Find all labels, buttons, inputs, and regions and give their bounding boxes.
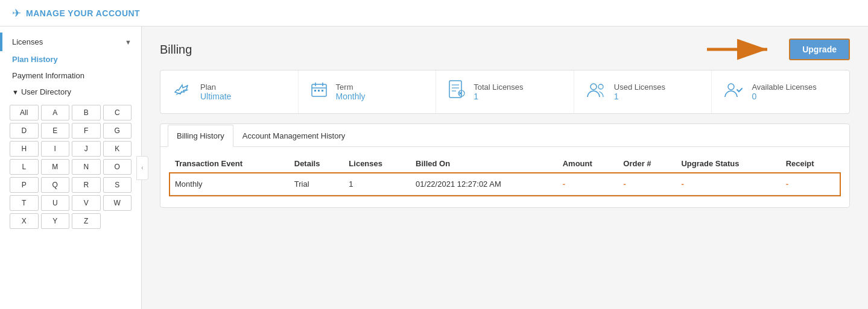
stat-label-used-licenses: Used Licenses	[614, 83, 665, 92]
tabs-container: Billing HistoryAccount Management Histor…	[160, 123, 850, 208]
tab-billing-history[interactable]: Billing History	[168, 125, 233, 147]
alpha-grid: AllABCDEFGHIJKLMNOPQRSTUVWXYZ	[0, 100, 141, 234]
stat-content-total-licenses: Total Licenses 1	[474, 83, 523, 101]
alpha-btn-s[interactable]: S	[103, 177, 132, 193]
sidebar: Licenses ▼ Plan History Payment Informat…	[0, 27, 142, 309]
dash-value: -	[563, 179, 565, 189]
alpha-btn-o[interactable]: O	[103, 159, 132, 175]
table-row: MonthlyTrial101/22/2021 12:27:02 AM----	[170, 173, 840, 195]
stat-value-plan: Ultimate	[200, 92, 231, 101]
svg-rect-6	[314, 90, 316, 92]
sidebar-item-plan-history[interactable]: Plan History	[0, 51, 141, 67]
dash-value: -	[623, 179, 626, 189]
cell-upgrade_status-0: -	[676, 173, 781, 195]
alpha-btn-h[interactable]: H	[10, 141, 39, 157]
arrow-indicator	[707, 39, 779, 60]
stat-label-term: Term	[336, 83, 366, 92]
sidebar-collapse-button[interactable]: ‹	[136, 156, 148, 180]
stat-content-plan: Plan Ultimate	[200, 83, 231, 101]
sidebar-item-payment-info[interactable]: Payment Information	[0, 67, 141, 84]
app-icon: ✈	[12, 7, 21, 20]
stat-content-available-licenses: Available Licenses 0	[752, 83, 816, 101]
svg-rect-9	[449, 81, 461, 98]
upgrade-button[interactable]: Upgrade	[789, 39, 850, 60]
alpha-btn-e[interactable]: E	[41, 123, 70, 139]
alpha-btn-i[interactable]: I	[41, 141, 70, 157]
plane-icon	[173, 80, 192, 104]
cell-amount-0: -	[558, 173, 619, 195]
col-header-details: Details	[290, 154, 344, 173]
svg-rect-8	[322, 90, 323, 92]
stat-value-available-licenses: 0	[752, 92, 816, 101]
sidebar-user-directory[interactable]: ▼ User Directory	[0, 84, 141, 100]
alpha-btn-y[interactable]: Y	[41, 213, 70, 229]
stat-label-plan: Plan	[200, 83, 231, 92]
alpha-btn-d[interactable]: D	[10, 123, 39, 139]
alpha-btn-k[interactable]: K	[103, 141, 132, 157]
alpha-btn-v[interactable]: V	[72, 195, 101, 211]
alpha-btn-q[interactable]: Q	[41, 177, 70, 193]
alpha-btn-n[interactable]: N	[72, 159, 101, 175]
dash-value: -	[681, 179, 683, 189]
cell-transaction_event-0: Monthly	[170, 173, 290, 195]
col-header-order_num: Order #	[618, 154, 676, 173]
tab-account-management-history[interactable]: Account Management History	[233, 125, 355, 147]
alpha-btn-p[interactable]: P	[10, 177, 39, 193]
billing-table-wrap: Transaction EventDetailsLicensesBilled O…	[160, 147, 849, 195]
stat-label-total-licenses: Total Licenses	[474, 83, 523, 92]
alpha-btn-r[interactable]: R	[72, 177, 101, 193]
page-title: Billing	[160, 43, 192, 57]
billing-table: Transaction EventDetailsLicensesBilled O…	[170, 154, 840, 195]
chevron-down-icon: ▼	[125, 39, 131, 46]
stats-row: Plan Ultimate Term Monthly Total License…	[160, 70, 850, 114]
header-right: Upgrade	[707, 39, 850, 60]
stat-content-used-licenses: Used Licenses 1	[614, 83, 665, 101]
col-header-transaction_event: Transaction Event	[170, 154, 290, 173]
alpha-btn-b[interactable]: B	[72, 105, 101, 120]
col-header-licenses: Licenses	[344, 154, 411, 173]
stat-card-plan: Plan Ultimate	[160, 70, 299, 113]
calendar-icon	[311, 81, 328, 102]
users-icon	[586, 81, 606, 102]
cell-billed_on-0: 01/22/2021 12:27:02 AM	[411, 173, 558, 195]
alpha-btn-j[interactable]: J	[72, 141, 101, 157]
licenses-label: Licenses	[12, 37, 43, 46]
page-header-row: Billing Upgrade	[160, 39, 850, 60]
svg-point-16	[728, 84, 734, 90]
tabs-header: Billing HistoryAccount Management Histor…	[160, 124, 849, 147]
licenses-dropdown[interactable]: Licenses ▼	[0, 33, 141, 51]
person-check-icon	[724, 81, 743, 102]
svg-point-14	[591, 84, 597, 90]
dash-value: -	[786, 179, 788, 189]
alpha-btn-a[interactable]: A	[41, 105, 70, 120]
alpha-btn-g[interactable]: G	[103, 123, 132, 139]
alpha-btn-l[interactable]: L	[10, 159, 39, 175]
alpha-btn-x[interactable]: X	[10, 213, 39, 229]
alpha-btn-m[interactable]: M	[41, 159, 70, 175]
stat-card-term: Term Monthly	[299, 70, 437, 113]
app-title: MANAGE YOUR ACCOUNT	[26, 8, 140, 18]
main-layout: Licenses ▼ Plan History Payment Informat…	[0, 27, 868, 309]
col-header-amount: Amount	[558, 154, 619, 173]
svg-rect-7	[318, 90, 320, 92]
document-icon	[448, 80, 465, 104]
alpha-btn-t[interactable]: T	[10, 195, 39, 211]
col-header-upgrade_status: Upgrade Status	[676, 154, 781, 173]
cell-order_num-0: -	[618, 173, 676, 195]
cell-licenses-0: 1	[344, 173, 411, 195]
stat-card-available-licenses: Available Licenses 0	[712, 70, 849, 113]
stat-card-total-licenses: Total Licenses 1	[436, 70, 574, 113]
alpha-btn-c[interactable]: C	[103, 105, 132, 120]
alpha-btn-all[interactable]: All	[10, 105, 39, 120]
alpha-btn-f[interactable]: F	[72, 123, 101, 139]
upgrade-arrow-icon	[707, 39, 779, 60]
col-header-billed_on: Billed On	[411, 154, 558, 173]
chevron-down-icon: ▼	[12, 89, 19, 96]
svg-point-15	[598, 84, 603, 89]
stat-card-used-licenses: Used Licenses 1	[574, 70, 712, 113]
alpha-btn-u[interactable]: U	[41, 195, 70, 211]
alpha-btn-z[interactable]: Z	[72, 213, 101, 229]
top-header: ✈ MANAGE YOUR ACCOUNT	[0, 0, 868, 27]
alpha-btn-w[interactable]: W	[103, 195, 132, 211]
user-directory-label: User Directory	[21, 87, 71, 96]
